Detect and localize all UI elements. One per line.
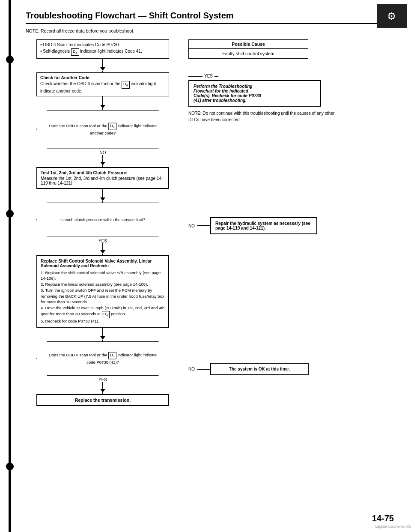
note-text: NOTE: Record all freeze data before you … [26,28,394,33]
start-line1: • OBD II Scan Tool indicates Code P0730. [40,42,165,47]
repair-box: Repair the hydraulic system as necessary… [210,217,317,234]
possible-cause-group: Possible Cause Faulty shift control syst… [188,39,308,59]
arrow-1 [100,67,105,71]
bullet-dot-2 [6,210,14,218]
replace-transmission-text: Replace the transmission. [75,398,131,403]
perform-note: NOTE: Do not continue with this troubles… [188,110,342,123]
bullet-dot-3 [6,463,14,470]
diamond2-yes-label: YES [98,239,107,243]
arrow-5 [100,250,105,254]
no-label-diamond3: NO [188,367,195,371]
repair-box-text: Repair the hydraulic system as necessary… [215,221,310,230]
arrow-3 [100,162,105,165]
start-line2: • Self-diagnosis D4 indicator light indi… [40,48,165,56]
replace-solenoid-box: Replace Shift Control Solenoid Valve Ass… [36,255,169,328]
diamond1-no-label: NO [100,150,106,155]
test-clutch-title: Test 1st, 2nd, 3rd and 4th Clutch Pressu… [41,170,165,175]
connector-1 [102,59,103,67]
right-spacer-1: YES Perform the Troubleshooting Flowchar… [188,67,394,123]
ok-box: The system is OK at this time. [210,363,309,375]
diamond1-yes-row: YES [188,74,394,78]
bullet-dot-1 [6,56,14,63]
start-box: • OBD II Scan Tool indicates Code P0730.… [36,39,169,59]
logo-area: ⚙ [377,4,407,28]
diamond2-yes-branch: YES [98,239,107,255]
watermark: cармanualonline.info [375,524,411,529]
diamond3-yes-branch: YES [98,377,107,394]
perform-line2: Flowchart for the indicated [194,89,316,93]
left-bar [9,0,11,532]
perform-line3: Code(s). Recheck for code P0730 [194,93,316,98]
diamond2-no-row: NO Repair the hydraulic system as necess… [188,217,394,234]
d4-badge-1: D4 [71,48,79,56]
d4-badge-3: D4 [108,123,116,130]
diamond3-wrapper: Does the OBD II scan tool or the D4 indi… [36,341,169,376]
perform-box: Perform the Troubleshooting Flowchart fo… [188,80,321,107]
h-line-1b [214,76,218,77]
replace-transmission-box: Replace the transmission. [36,394,169,406]
right-spacer-3 [188,239,394,359]
h-line-3 [197,369,210,370]
diamond3-text: Does the OBD II scan tool or the D4 indi… [48,352,157,365]
right-column: Possible Cause Faulty shift control syst… [180,39,394,406]
replace-solenoid-title: Replace Shift Control Solenoid Valve Ass… [41,259,165,268]
no-label-diamond2: NO [188,224,195,228]
yes-label-1: YES [204,74,213,78]
arrow-4 [100,197,105,201]
check-another-code-box: Check for Another Code: Check whether th… [36,72,169,96]
diamond3-yes-label: YES [98,377,107,382]
connector-7 [102,382,103,389]
logo-icon: ⚙ [387,11,396,21]
diamond1-text: Does the OBD II scan tool or the D4 indi… [46,123,159,136]
possible-cause-header: Possible Cause [189,40,308,49]
connector-4 [102,189,103,197]
d4-badge-4: D4 [102,311,110,318]
perform-line4: (41) after troubleshooting. [194,98,316,103]
connector-3 [102,155,103,162]
connector-5 [102,243,103,250]
flowchart: • OBD II Scan Tool indicates Code P0730.… [26,39,394,406]
arrow-6 [100,336,105,340]
test-clutch-box: Test 1st, 2nd, 3rd and 4th Clutch Pressu… [36,167,169,189]
replace-solenoid-steps: 1. Replace the shift control solenoid va… [41,270,165,324]
h-line-2 [197,225,210,226]
arrow-2 [100,105,105,108]
check-code-title: Check for Another Code: [40,75,165,80]
possible-cause-text: Faulty shift control system [189,49,308,58]
ok-box-text: The system is OK at this time. [229,367,290,371]
diamond2-wrapper: Is each clutch pressure within the servi… [36,203,169,237]
page-title: Troubleshooting Flowchart — Shift Contro… [26,11,394,24]
arrow-7 [100,389,105,392]
test-clutch-body: Measure the 1st, 2nd, 3rd and 4th clutch… [41,176,165,185]
left-column: • OBD II Scan Tool indicates Code P0730.… [26,39,180,406]
diamond3-no-row: NO The system is OK at this time. [188,363,394,375]
connector-6 [102,328,103,336]
right-spacer-2 [188,127,394,213]
diamond1-yes-connector: YES [188,74,218,78]
h-line-1 [188,76,203,77]
check-code-body: Check whether the OBD II scan tool or th… [40,81,165,93]
d4-badge-5: D4 [108,352,116,359]
diamond2-text: Is each clutch pressure within the servi… [50,217,156,222]
diamond1-wrapper: Does the OBD II scan tool or the D4 indi… [36,110,169,149]
perform-line1: Perform the Troubleshooting [194,84,316,89]
connector-2 [102,96,103,105]
diamond1-no-branch: NO [100,150,106,167]
d4-badge-2: D4 [122,81,130,88]
page-number: 14-75 [372,514,394,523]
